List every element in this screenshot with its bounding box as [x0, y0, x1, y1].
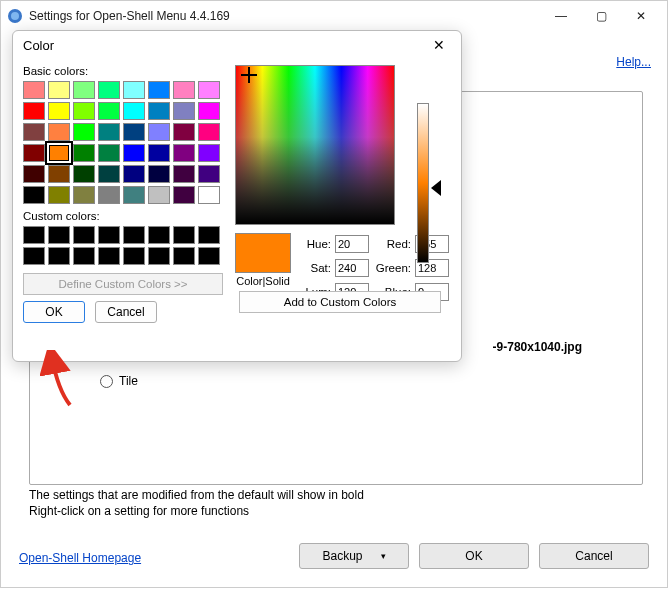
color-solid-preview — [235, 233, 291, 273]
basic-color-swatch[interactable] — [198, 165, 220, 183]
background-filename: -9-780x1040.jpg — [493, 340, 582, 354]
app-icon — [7, 8, 23, 24]
footer-line-2: Right-click on a setting for more functi… — [29, 503, 364, 519]
basic-color-swatch[interactable] — [73, 81, 95, 99]
basic-color-swatch[interactable] — [98, 81, 120, 99]
basic-colors-label: Basic colors: — [23, 65, 227, 77]
basic-color-swatch[interactable] — [98, 144, 120, 162]
basic-color-swatch[interactable] — [198, 81, 220, 99]
close-button[interactable]: ✕ — [621, 2, 661, 30]
color-cancel-button[interactable]: Cancel — [95, 301, 157, 323]
main-cancel-button[interactable]: Cancel — [539, 543, 649, 569]
basic-color-swatch[interactable] — [123, 144, 145, 162]
basic-color-swatch[interactable] — [123, 102, 145, 120]
basic-color-swatch[interactable] — [198, 186, 220, 204]
basic-color-swatch[interactable] — [48, 123, 70, 141]
basic-color-swatch[interactable] — [173, 144, 195, 162]
red-label: Red: — [375, 238, 411, 250]
dialog-close-icon[interactable]: ✕ — [427, 33, 451, 57]
basic-color-swatch[interactable] — [173, 186, 195, 204]
custom-colors-label: Custom colors: — [23, 210, 227, 222]
basic-color-swatch[interactable] — [198, 102, 220, 120]
basic-color-swatch[interactable] — [23, 144, 45, 162]
basic-color-swatch[interactable] — [173, 165, 195, 183]
basic-color-swatch[interactable] — [123, 81, 145, 99]
titlebar: Settings for Open-Shell Menu 4.4.169 ― ▢… — [1, 1, 667, 31]
custom-color-swatch[interactable] — [98, 226, 120, 244]
main-ok-button[interactable]: OK — [419, 543, 529, 569]
basic-colors-grid — [23, 81, 227, 204]
custom-color-swatch[interactable] — [23, 247, 45, 265]
basic-color-swatch[interactable] — [23, 81, 45, 99]
color-dialog: Color ✕ Basic colors: Custom colors: Def… — [12, 30, 462, 362]
basic-color-swatch[interactable] — [123, 165, 145, 183]
custom-color-swatch[interactable] — [148, 247, 170, 265]
basic-color-swatch[interactable] — [148, 123, 170, 141]
color-ok-button[interactable]: OK — [23, 301, 85, 323]
basic-color-swatch[interactable] — [73, 102, 95, 120]
basic-color-swatch[interactable] — [123, 186, 145, 204]
radio-tile-row[interactable]: Tile — [40, 372, 632, 390]
basic-color-swatch[interactable] — [73, 186, 95, 204]
basic-color-swatch[interactable] — [98, 165, 120, 183]
basic-color-swatch[interactable] — [123, 123, 145, 141]
basic-color-swatch[interactable] — [148, 186, 170, 204]
custom-color-swatch[interactable] — [48, 226, 70, 244]
custom-color-swatch[interactable] — [73, 247, 95, 265]
dialog-titlebar: Color ✕ — [13, 31, 461, 59]
basic-color-swatch[interactable] — [73, 123, 95, 141]
basic-color-swatch[interactable] — [148, 102, 170, 120]
custom-color-swatch[interactable] — [198, 226, 220, 244]
custom-color-swatch[interactable] — [148, 226, 170, 244]
basic-color-swatch[interactable] — [48, 144, 70, 162]
footer-text: The settings that are modified from the … — [29, 487, 364, 519]
green-label: Green: — [375, 262, 411, 274]
backup-button[interactable]: Backup — [299, 543, 409, 569]
basic-color-swatch[interactable] — [48, 165, 70, 183]
basic-color-swatch[interactable] — [48, 186, 70, 204]
color-gradient[interactable] — [235, 65, 395, 225]
basic-color-swatch[interactable] — [173, 81, 195, 99]
custom-color-swatch[interactable] — [23, 226, 45, 244]
basic-color-swatch[interactable] — [73, 144, 95, 162]
basic-color-swatch[interactable] — [73, 165, 95, 183]
basic-color-swatch[interactable] — [48, 81, 70, 99]
minimize-button[interactable]: ― — [541, 2, 581, 30]
dialog-title: Color — [23, 38, 427, 53]
svg-point-1 — [11, 12, 19, 20]
maximize-button[interactable]: ▢ — [581, 2, 621, 30]
custom-color-swatch[interactable] — [73, 226, 95, 244]
custom-color-swatch[interactable] — [123, 226, 145, 244]
basic-color-swatch[interactable] — [23, 165, 45, 183]
add-custom-button[interactable]: Add to Custom Colors — [239, 291, 441, 313]
custom-color-swatch[interactable] — [48, 247, 70, 265]
luminance-bar[interactable] — [417, 103, 429, 263]
custom-color-swatch[interactable] — [123, 247, 145, 265]
basic-color-swatch[interactable] — [148, 144, 170, 162]
sat-input[interactable] — [335, 259, 369, 277]
custom-color-swatch[interactable] — [98, 247, 120, 265]
homepage-link[interactable]: Open-Shell Homepage — [19, 551, 141, 565]
basic-color-swatch[interactable] — [23, 102, 45, 120]
basic-color-swatch[interactable] — [148, 81, 170, 99]
custom-color-swatch[interactable] — [173, 247, 195, 265]
define-custom-button[interactable]: Define Custom Colors >> — [23, 273, 223, 295]
basic-color-swatch[interactable] — [198, 123, 220, 141]
basic-color-swatch[interactable] — [98, 186, 120, 204]
custom-color-swatch[interactable] — [198, 247, 220, 265]
radio-tile-label: Tile — [119, 374, 138, 388]
radio-tile[interactable] — [100, 375, 113, 388]
basic-color-swatch[interactable] — [173, 123, 195, 141]
hue-label: Hue: — [297, 238, 331, 250]
basic-color-swatch[interactable] — [23, 123, 45, 141]
custom-color-swatch[interactable] — [173, 226, 195, 244]
basic-color-swatch[interactable] — [198, 144, 220, 162]
basic-color-swatch[interactable] — [48, 102, 70, 120]
basic-color-swatch[interactable] — [98, 102, 120, 120]
basic-color-swatch[interactable] — [98, 123, 120, 141]
basic-color-swatch[interactable] — [23, 186, 45, 204]
basic-color-swatch[interactable] — [148, 165, 170, 183]
hue-input[interactable] — [335, 235, 369, 253]
help-link[interactable]: Help... — [616, 55, 651, 69]
basic-color-swatch[interactable] — [173, 102, 195, 120]
